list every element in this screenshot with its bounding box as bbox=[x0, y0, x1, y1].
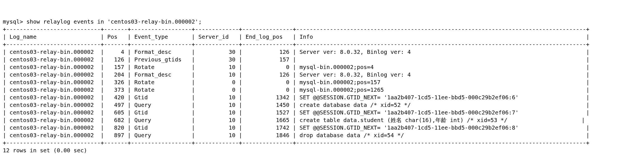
column-header-info: Info bbox=[296, 33, 586, 40]
cell-end_log_pos: 1742 bbox=[242, 124, 293, 131]
cell-log_name: centos03-relay-bin.000002 bbox=[6, 94, 101, 101]
cell-info: SET @@SESSION.GTID_NEXT= '1aa2b407-1cd5-… bbox=[296, 124, 586, 131]
cell-event_type: Gtid bbox=[131, 94, 192, 101]
cell-log_name: centos03-relay-bin.000002 bbox=[6, 56, 101, 63]
cell-pos: 605 bbox=[104, 109, 127, 116]
table-row: | centos03-relay-bin.000002 | 682 | Quer… bbox=[3, 116, 641, 124]
cell-event_type: Rotate bbox=[131, 86, 192, 93]
cell-pos: 420 bbox=[104, 94, 127, 101]
cell-pos: 682 bbox=[104, 117, 127, 123]
column-header-end_log_pos: End_log_pos bbox=[242, 33, 293, 40]
cell-server_id: 10 bbox=[195, 64, 239, 70]
cell-log_name: centos03-relay-bin.000002 bbox=[6, 49, 101, 55]
cell-pos: 373 bbox=[104, 86, 127, 93]
cell-event_type: Previous_gtids bbox=[131, 56, 192, 63]
result-footer: 12 rows in set (0.00 sec) bbox=[3, 147, 641, 154]
cell-event_type: Query bbox=[131, 117, 192, 123]
table-row: | centos03-relay-bin.000002 | 497 | Quer… bbox=[3, 101, 641, 109]
cell-pos: 326 bbox=[104, 79, 127, 86]
cell-end_log_pos: 126 bbox=[242, 49, 293, 55]
table-header-row: | Log_name | Pos | Event_type | Server_i… bbox=[3, 33, 641, 41]
cell-info: mysql-bin.000002;pos=1265 bbox=[296, 86, 586, 93]
cell-log_name: centos03-relay-bin.000002 bbox=[6, 117, 101, 123]
cell-end_log_pos: 157 bbox=[242, 56, 293, 63]
cell-log_name: centos03-relay-bin.000002 bbox=[6, 64, 101, 70]
column-header-log_name: Log_name bbox=[6, 33, 101, 40]
cell-log_name: centos03-relay-bin.000002 bbox=[6, 79, 101, 86]
cell-server_id: 10 bbox=[195, 102, 239, 108]
cell-event_type: Query bbox=[131, 102, 192, 108]
mysql-terminal-output: mysql> show relaylog events in 'centos03… bbox=[3, 18, 641, 154]
table-border-top: +----------------------------+-------+--… bbox=[3, 26, 641, 33]
cell-log_name: centos03-relay-bin.000002 bbox=[6, 102, 101, 108]
cell-end_log_pos: 1450 bbox=[242, 102, 293, 108]
cell-event_type: Rotate bbox=[131, 79, 192, 86]
cell-server_id: 10 bbox=[195, 132, 239, 139]
table-row: | centos03-relay-bin.000002 | 897 | Quer… bbox=[3, 132, 641, 139]
mysql-prompt: mysql> bbox=[3, 18, 26, 25]
cell-pos: 157 bbox=[104, 64, 127, 70]
column-header-server_id: Server_id bbox=[195, 33, 239, 40]
cell-server_id: 10 bbox=[195, 94, 239, 101]
cell-server_id: 0 bbox=[195, 79, 239, 86]
cell-log_name: centos03-relay-bin.000002 bbox=[6, 132, 101, 139]
cell-info: SET @@SESSION.GTID_NEXT= '1aa2b407-1cd5-… bbox=[296, 94, 586, 101]
cell-pos: 897 bbox=[104, 132, 127, 139]
cell-log_name: centos03-relay-bin.000002 bbox=[6, 71, 101, 78]
cell-info: mysql-bin.000002;pos=157 bbox=[296, 79, 586, 86]
table-row: | centos03-relay-bin.000002 | 326 | Rota… bbox=[3, 79, 641, 86]
cell-log_name: centos03-relay-bin.000002 bbox=[6, 109, 101, 116]
cell-info: drop database data /* xid=54 */ bbox=[296, 132, 586, 139]
command-line: mysql> show relaylog events in 'centos03… bbox=[3, 18, 641, 26]
cell-end_log_pos: 1342 bbox=[242, 94, 293, 101]
cell-server_id: 30 bbox=[195, 56, 239, 63]
cell-event_type: Rotate bbox=[131, 64, 192, 70]
table-row: | centos03-relay-bin.000002 | 157 | Rota… bbox=[3, 63, 641, 71]
table-row: | centos03-relay-bin.000002 | 420 | Gtid… bbox=[3, 94, 641, 101]
cell-end_log_pos: 0 bbox=[242, 79, 293, 86]
table-border-bottom: +----------------------------+-------+--… bbox=[3, 139, 641, 147]
cell-info: create database data /* xid=52 */ bbox=[296, 102, 586, 108]
table-border-mid: +----------------------------+-------+--… bbox=[3, 41, 641, 48]
cell-info: SET @@SESSION.GTID_NEXT= '1aa2b407-1cd5-… bbox=[296, 109, 586, 116]
cell-event_type: Gtid bbox=[131, 109, 192, 116]
cell-event_type: Gtid bbox=[131, 124, 192, 131]
cell-server_id: 0 bbox=[195, 86, 239, 93]
cell-info: mysql-bin.000002;pos=4 bbox=[296, 64, 586, 70]
sql-command: show relaylog events in 'centos03-relay-… bbox=[26, 18, 202, 25]
cell-end_log_pos: 126 bbox=[242, 71, 293, 78]
cell-event_type: Query bbox=[131, 132, 192, 139]
cell-pos: 126 bbox=[104, 56, 127, 63]
column-header-event_type: Event_type bbox=[131, 33, 192, 40]
cell-event_type: Format_desc bbox=[131, 49, 192, 55]
column-header-pos: Pos bbox=[104, 33, 127, 40]
table-row: | centos03-relay-bin.000002 | 605 | Gtid… bbox=[3, 109, 641, 116]
table-row: | centos03-relay-bin.000002 | 126 | Prev… bbox=[3, 56, 641, 63]
cell-end_log_pos: 1846 bbox=[242, 132, 293, 139]
cell-server_id: 10 bbox=[195, 124, 239, 131]
cell-server_id: 10 bbox=[195, 109, 239, 116]
cell-info: Server ver: 8.0.32, Binlog ver: 4 bbox=[296, 49, 586, 55]
cell-end_log_pos: 0 bbox=[242, 64, 293, 70]
cell-event_type: Format_desc bbox=[131, 71, 192, 78]
cell-end_log_pos: 0 bbox=[242, 86, 293, 93]
cell-log_name: centos03-relay-bin.000002 bbox=[6, 86, 101, 93]
cell-info: Server ver: 8.0.32, Binlog ver: 4 bbox=[296, 71, 586, 78]
cell-end_log_pos: 1527 bbox=[242, 109, 293, 116]
cell-pos: 204 bbox=[104, 71, 127, 78]
table-row: | centos03-relay-bin.000002 | 204 | Form… bbox=[3, 71, 641, 79]
cell-server_id: 30 bbox=[195, 49, 239, 55]
cell-log_name: centos03-relay-bin.000002 bbox=[6, 124, 101, 131]
cell-end_log_pos: 1665 bbox=[242, 117, 293, 123]
cell-pos: 497 bbox=[104, 102, 127, 108]
table-row: | centos03-relay-bin.000002 | 820 | Gtid… bbox=[3, 124, 641, 132]
cell-pos: 820 bbox=[104, 124, 127, 131]
table-row: | centos03-relay-bin.000002 | 4 | Format… bbox=[3, 48, 641, 56]
cell-pos: 4 bbox=[104, 49, 127, 55]
cell-server_id: 10 bbox=[195, 71, 239, 78]
cell-info bbox=[296, 56, 586, 63]
table-row: | centos03-relay-bin.000002 | 373 | Rota… bbox=[3, 86, 641, 94]
cell-info: create table data.student (姓名 char(16),年… bbox=[296, 117, 582, 123]
cell-server_id: 10 bbox=[195, 117, 239, 123]
